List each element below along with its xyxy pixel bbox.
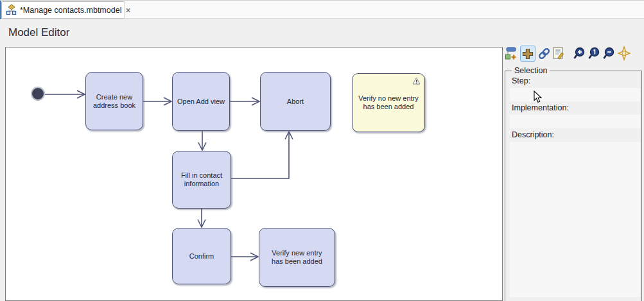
warning-icon — [412, 77, 421, 87]
state-label: Fill in contact information — [181, 171, 222, 188]
implementation-input[interactable] — [510, 115, 640, 128]
state-open-add-view[interactable]: Open Add view — [172, 72, 230, 131]
state-label: Create new address book — [93, 93, 135, 110]
state-abort[interactable]: Abort — [260, 72, 331, 131]
edit-note-icon[interactable] — [552, 46, 564, 63]
state-label: Abort — [287, 98, 304, 106]
edge-confirm-to-verify[interactable] — [231, 253, 258, 261]
state-fill-in-contact-information[interactable]: Fill in contact information — [172, 151, 231, 209]
page-title: Model Editor — [8, 26, 69, 39]
zoom-out-icon[interactable] — [602, 47, 615, 63]
note-verify-no-new-entry[interactable]: Verify no new entry has been added — [352, 73, 425, 132]
edge-open-to-fill[interactable] — [198, 131, 206, 150]
editor-tab[interactable]: *Manage contacts.mbtmodel × — [1, 1, 125, 19]
step-label: Step: — [512, 76, 530, 85]
link-icon[interactable] — [537, 47, 551, 63]
zoom-in-icon[interactable] — [573, 47, 586, 63]
edge-create-to-open[interactable] — [143, 98, 171, 105]
description-label: Description: — [512, 130, 554, 139]
edge-initial-to-create[interactable] — [44, 90, 85, 98]
diagram-edges — [6, 47, 502, 300]
note-label: Verify no new entry has been added — [358, 94, 419, 111]
edge-open-to-abort[interactable] — [230, 98, 259, 105]
zoom-original-icon[interactable] — [587, 47, 600, 63]
tab-close-icon[interactable]: × — [125, 6, 130, 15]
mbtmodel-file-icon — [6, 4, 17, 17]
mouse-cursor — [534, 90, 543, 106]
step-input[interactable] — [510, 88, 640, 101]
description-input[interactable] — [510, 142, 640, 297]
state-label: Open Add view — [177, 98, 225, 106]
state-label: Verify new entry has been added — [272, 249, 322, 266]
state-label: Confirm — [189, 252, 214, 261]
editor-tab-bar: *Manage contacts.mbtmodel × — [0, 0, 644, 19]
initial-state-node[interactable] — [32, 88, 44, 99]
selection-group-title: Selection — [512, 66, 550, 75]
state-confirm[interactable]: Confirm — [172, 228, 231, 284]
state-verify-new-entry[interactable]: Verify new entry has been added — [259, 228, 335, 287]
edge-fill-to-abort[interactable] — [231, 132, 293, 178]
state-create-new-address-book[interactable]: Create new address book — [85, 72, 143, 130]
fit-diagram-icon[interactable] — [617, 46, 631, 64]
add-step-icon[interactable] — [520, 46, 535, 62]
model-diagram-canvas[interactable]: Create new address book Open Add view Ab… — [5, 47, 503, 301]
add-model-element-icon[interactable] — [503, 46, 518, 64]
tab-title: *Manage contacts.mbtmodel — [20, 6, 121, 15]
edge-fill-to-confirm[interactable] — [198, 209, 205, 227]
